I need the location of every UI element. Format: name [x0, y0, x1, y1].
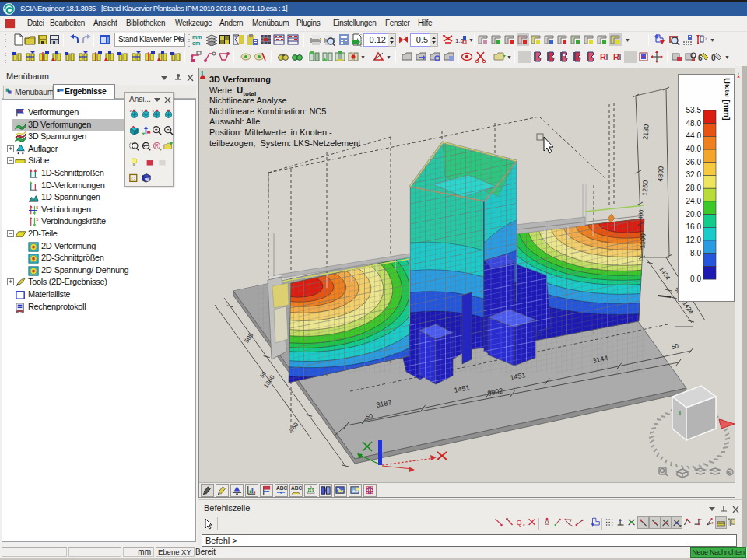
svg-text:8.0: 8.0 [690, 249, 701, 257]
svg-text:z: z [130, 109, 132, 113]
svg-text:28.0: 28.0 [686, 184, 702, 192]
svg-text:53.5: 53.5 [686, 106, 702, 114]
svg-text:4890: 4890 [656, 166, 665, 182]
svg-text:ABC: ABC [276, 485, 287, 491]
svg-text:R: R [155, 143, 159, 149]
svg-text:20.0: 20.0 [686, 210, 702, 219]
svg-text:44.0: 44.0 [686, 131, 702, 140]
svg-text:50: 50 [671, 342, 679, 351]
svg-text:5: 5 [36, 205, 38, 209]
svg-text:ABC: ABC [291, 485, 302, 491]
svg-text:?: ? [704, 36, 707, 41]
svg-text:2130: 2130 [641, 124, 650, 140]
svg-text:cm: cm [192, 40, 200, 46]
svg-text:x: x [153, 109, 154, 113]
svg-text:50: 50 [259, 370, 267, 378]
svg-text:R: R [600, 52, 606, 61]
svg-text:505: 505 [243, 331, 254, 345]
svg-text:36.0: 36.0 [686, 158, 702, 166]
svg-text:1100: 1100 [638, 233, 647, 249]
svg-text:8: 8 [8, 89, 10, 94]
svg-text:48.0: 48.0 [686, 119, 702, 128]
svg-text:32.0: 32.0 [686, 170, 702, 179]
svg-text:Q: Q [517, 519, 522, 527]
svg-text:24.0: 24.0 [686, 197, 702, 205]
svg-text:12.0: 12.0 [686, 236, 702, 244]
svg-text:W: W [144, 177, 149, 182]
svg-text:mm: mm [192, 34, 202, 40]
svg-text:C: C [131, 175, 135, 182]
svg-text:i: i [738, 72, 738, 76]
svg-text:1424: 1424 [658, 266, 672, 282]
svg-text:760: 760 [288, 421, 300, 434]
svg-text:400: 400 [637, 209, 645, 219]
svg-text:R: R [613, 52, 619, 61]
svg-text:1260: 1260 [640, 180, 649, 196]
svg-text:40.0: 40.0 [686, 145, 702, 153]
svg-text:0.0: 0.0 [690, 275, 701, 283]
svg-text:16.0: 16.0 [686, 222, 702, 231]
svg-text:5: 5 [36, 217, 38, 222]
